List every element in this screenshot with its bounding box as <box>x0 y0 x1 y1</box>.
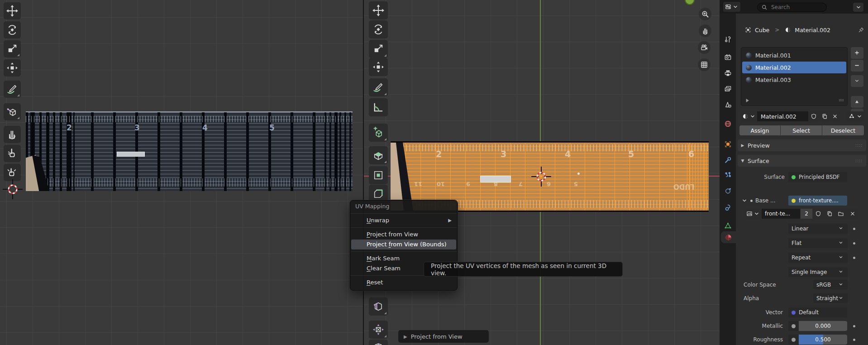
move-slot-up-button[interactable] <box>851 96 863 108</box>
vector-button[interactable]: Default <box>788 307 847 317</box>
alpha-dropdown[interactable]: Straight <box>813 293 848 303</box>
material-slot-row[interactable]: Material.002 <box>742 62 846 73</box>
fake-user-button[interactable] <box>809 111 819 121</box>
metallic-slider[interactable]: 0.000 <box>799 321 847 331</box>
decorator-dot[interactable] <box>853 228 855 230</box>
deselect-button[interactable]: Deselect <box>822 125 864 135</box>
nav-grid-button[interactable] <box>698 58 711 71</box>
tab-tool[interactable] <box>720 34 736 45</box>
tab-view-layer[interactable] <box>720 83 736 95</box>
interpolation-dropdown[interactable]: Linear <box>788 224 848 234</box>
surface-panel-header[interactable]: ▼Surface :::: <box>738 155 866 167</box>
vertex-dot[interactable] <box>577 172 580 175</box>
menu-item-reset[interactable]: Reset <box>350 278 457 288</box>
menu-item-unwrap[interactable]: Unwrap▶ <box>350 216 457 225</box>
metallic-socket-button[interactable] <box>788 321 798 331</box>
tool-relax-button[interactable] <box>4 145 21 162</box>
tool-grab-button[interactable] <box>4 126 21 143</box>
tool-rotate-button[interactable] <box>4 21 21 38</box>
tab-material[interactable] <box>721 231 736 243</box>
tab-physics[interactable] <box>720 185 736 196</box>
tool-move-button[interactable] <box>4 2 21 19</box>
list-resize-grip-icon[interactable] <box>838 97 844 104</box>
image-copy-button[interactable] <box>824 209 835 219</box>
list-filter-expand-icon[interactable] <box>744 97 750 104</box>
tool-annotate-button[interactable] <box>369 78 388 96</box>
surface-shader-button[interactable]: Principled BSDF <box>788 172 847 182</box>
tab-object[interactable] <box>720 138 736 150</box>
tab-modifiers[interactable] <box>720 154 736 166</box>
uv-editor-pane[interactable]: 2345 <box>0 0 363 345</box>
extension-dropdown[interactable]: Repeat <box>788 253 848 263</box>
tool-transform-button[interactable] <box>4 59 21 77</box>
pin-icon[interactable] <box>858 27 864 33</box>
decorator-dot[interactable] <box>853 325 855 327</box>
decorator-dot[interactable] <box>853 339 855 341</box>
tool-move-button[interactable] <box>369 1 388 19</box>
tool-inset-faces-button[interactable] <box>369 166 388 184</box>
nav-pan-button[interactable] <box>699 24 711 37</box>
assign-button[interactable]: Assign <box>739 125 780 135</box>
material-link-dropdown[interactable] <box>846 111 864 121</box>
nav-zoom-button[interactable] <box>699 8 711 20</box>
breadcrumb-material[interactable]: Material.002 <box>795 27 830 34</box>
tool-loop-cut-button[interactable] <box>369 297 388 316</box>
search-input[interactable] <box>770 4 817 11</box>
unlink-material-button[interactable] <box>830 111 840 121</box>
add-slot-button[interactable] <box>851 47 863 59</box>
tool-transform-button[interactable] <box>369 58 388 76</box>
tab-output[interactable] <box>720 67 736 79</box>
material-name-field[interactable]: Material.002 <box>757 111 808 121</box>
breadcrumb-object[interactable]: Cube <box>755 27 769 34</box>
material-slot-row[interactable]: Material.001 <box>742 49 846 61</box>
tool-scale-button[interactable] <box>4 40 21 58</box>
material-browse-button[interactable] <box>741 111 757 121</box>
material-slot-row[interactable]: Material.003 <box>742 74 846 86</box>
operator-redo-panel[interactable]: ▶ Project from View <box>398 330 489 343</box>
image-users-count-button[interactable]: 2 <box>801 209 812 219</box>
preview-panel-header[interactable]: ▶Preview :::: <box>738 139 866 151</box>
tab-world[interactable] <box>720 118 736 129</box>
tool-scale-button[interactable] <box>369 40 388 58</box>
tool-edge-slide-button[interactable] <box>369 340 388 345</box>
tool-shrink-fatten-button[interactable] <box>369 321 388 339</box>
menu-item-project-from-view-bounds-[interactable]: Project from View (Bounds) <box>351 240 456 249</box>
projection-dropdown[interactable]: Flat <box>788 238 848 248</box>
nav-camera-button[interactable] <box>698 41 711 54</box>
viewport-3d-pane[interactable]: 23456 111098765 LUDO <box>364 0 720 345</box>
tool-measure-button[interactable] <box>369 98 388 116</box>
color-space-dropdown[interactable]: sRGB <box>813 280 848 289</box>
base-color-label-group[interactable]: Base ... <box>741 197 775 204</box>
base-color-texture-button[interactable]: front-texture.... <box>788 196 847 206</box>
tab-render[interactable] <box>720 51 736 63</box>
menu-item-project-from-view[interactable]: Project from View <box>350 230 457 240</box>
panel-grip-icon[interactable]: :::: <box>855 158 863 163</box>
tab-constraints[interactable] <box>720 201 736 213</box>
source-dropdown[interactable]: Single Image <box>788 267 848 277</box>
tab-object-data[interactable] <box>720 220 736 231</box>
editor-type-button[interactable] <box>723 2 740 12</box>
select-button[interactable]: Select <box>781 125 822 135</box>
panel-grip-icon[interactable]: :::: <box>855 143 863 148</box>
decorator-dot[interactable] <box>853 242 855 244</box>
tool-add-cube-button[interactable] <box>369 124 388 142</box>
tool-rip-region-button[interactable] <box>4 103 21 120</box>
image-browse-button[interactable] <box>744 209 761 219</box>
tool-pinch-button[interactable] <box>4 164 21 181</box>
tool-rotate-button[interactable] <box>369 20 388 38</box>
tab-scene[interactable] <box>720 99 736 110</box>
search-box[interactable] <box>757 3 827 12</box>
uv-selected-face[interactable] <box>117 152 145 157</box>
decorator-dot[interactable] <box>853 257 855 259</box>
tab-particles[interactable] <box>720 169 736 181</box>
tool-annotate-button[interactable] <box>4 81 21 98</box>
copy-material-button[interactable] <box>819 111 830 121</box>
image-name-field[interactable]: front-te... <box>762 209 800 219</box>
roughness-slider[interactable]: 0.500 <box>799 335 847 345</box>
image-fake-user-button[interactable] <box>813 209 824 219</box>
nav-gizmo-axis-ball[interactable] <box>685 0 695 5</box>
image-unlink-button[interactable] <box>847 209 858 219</box>
header-options-button[interactable] <box>853 3 863 12</box>
slot-specials-button[interactable] <box>851 75 863 87</box>
remove-slot-button[interactable] <box>851 60 863 72</box>
